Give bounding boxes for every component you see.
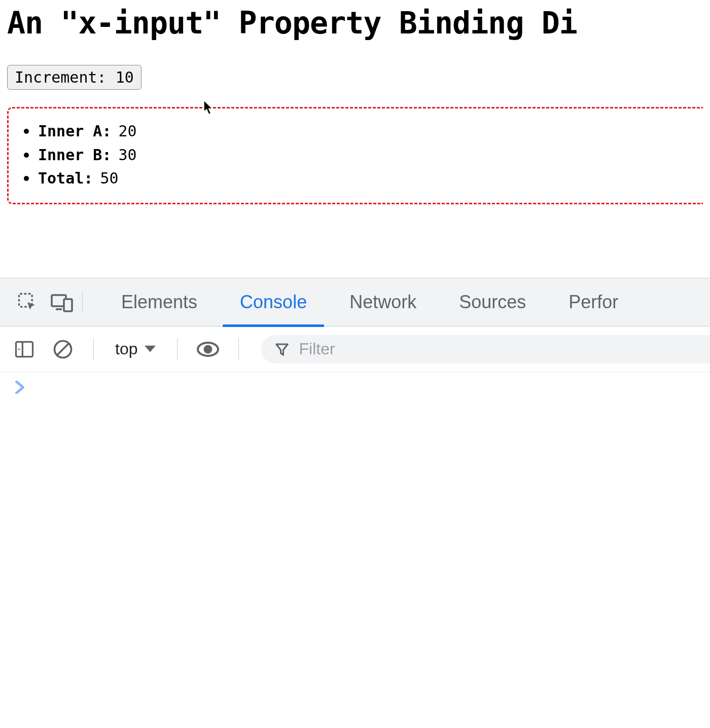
- values-panel: Inner A: 20 Inner B: 30 Total: 50: [7, 107, 703, 204]
- console-prompt: [15, 380, 25, 397]
- chevron-down-icon: [145, 345, 156, 353]
- list-item: Inner B: 30: [24, 143, 703, 167]
- tab-console[interactable]: Console: [219, 278, 328, 326]
- tab-performance[interactable]: Perfor: [547, 278, 640, 326]
- bullet-icon: [24, 176, 29, 181]
- device-toggle-icon[interactable]: [45, 278, 79, 326]
- inspect-element-icon[interactable]: [10, 278, 45, 326]
- console-toolbar: top: [0, 326, 710, 372]
- svg-line-7: [57, 344, 68, 355]
- bullet-icon: [24, 129, 29, 134]
- divider: [93, 338, 94, 360]
- increment-button[interactable]: Increment: 10: [7, 65, 141, 90]
- item-value: 30: [119, 143, 137, 167]
- toggle-sidebar-icon[interactable]: [10, 335, 39, 363]
- tab-sources[interactable]: Sources: [438, 278, 547, 326]
- divider: [82, 291, 83, 313]
- tab-elements[interactable]: Elements: [100, 278, 219, 326]
- console-body[interactable]: [0, 372, 710, 406]
- filter-icon: [274, 342, 290, 357]
- item-label: Inner B:: [38, 143, 112, 167]
- item-value: 50: [100, 167, 118, 191]
- svg-point-9: [205, 346, 211, 352]
- devtools-tabbar: Elements Console Network Sources Perfor: [0, 278, 710, 326]
- svg-rect-3: [64, 299, 72, 311]
- filter-box[interactable]: [261, 335, 710, 363]
- context-label: top: [115, 340, 137, 358]
- bullet-icon: [24, 153, 29, 158]
- clear-console-icon[interactable]: [49, 335, 77, 363]
- item-value: 20: [119, 120, 137, 143]
- filter-input[interactable]: [299, 340, 710, 358]
- tab-network[interactable]: Network: [328, 278, 438, 326]
- devtools-panel: Elements Console Network Sources Perfor …: [0, 278, 710, 728]
- item-label: Total:: [38, 167, 93, 191]
- page-title: An "x-input" Property Binding Di: [7, 5, 703, 41]
- divider: [238, 338, 239, 360]
- list-item: Inner A: 20: [24, 120, 703, 143]
- list-item: Total: 50: [24, 167, 703, 191]
- live-expression-icon[interactable]: [194, 335, 222, 363]
- item-label: Inner A:: [38, 120, 112, 143]
- context-selector[interactable]: top: [110, 340, 161, 358]
- divider: [177, 338, 178, 360]
